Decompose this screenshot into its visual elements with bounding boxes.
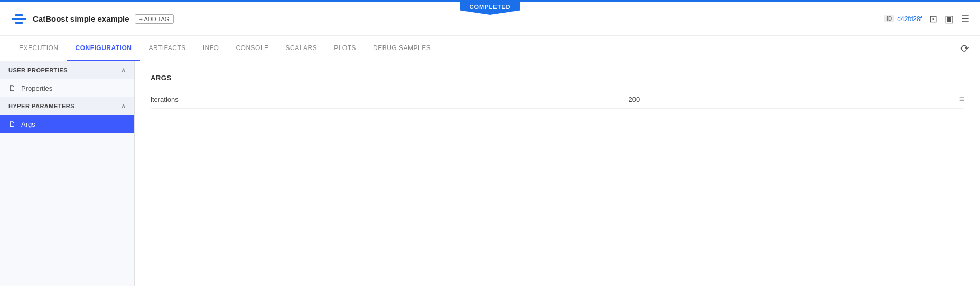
tabs-bar: EXECUTION CONFIGURATION ARTIFACTS INFO C…: [0, 36, 980, 61]
user-properties-section-header[interactable]: USER PROPERTIES ∧: [0, 61, 134, 79]
hamburger-icon: ☰: [961, 13, 969, 25]
user-properties-chevron-icon: ∧: [121, 66, 126, 74]
svg-rect-2: [15, 22, 23, 24]
tab-execution[interactable]: EXECUTION: [11, 36, 67, 61]
app-logo-icon: [11, 11, 27, 27]
tab-info[interactable]: INFO: [194, 36, 228, 61]
param-actions: ≡: [959, 94, 964, 104]
user-properties-label: USER PROPERTIES: [8, 67, 68, 73]
args-doc-icon: 🗋: [8, 120, 16, 128]
args-section-title: ARGS: [151, 74, 964, 82]
param-value-iterations: 200: [309, 96, 959, 103]
main-layout: USER PROPERTIES ∧ 🗋 Properties HYPER PAR…: [0, 61, 980, 286]
add-tag-button[interactable]: + ADD TAG: [135, 14, 174, 24]
sidebar-item-args[interactable]: 🗋 Args: [0, 115, 134, 133]
id-value: d42fd28f: [897, 15, 922, 23]
hyper-parameters-section-header[interactable]: HYPER PARAMETERS ∧: [0, 97, 134, 115]
table-row: iterations 200 ≡: [151, 90, 964, 109]
content-area: ARGS iterations 200 ≡: [135, 61, 980, 286]
tabs-right: ⟳: [960, 42, 969, 55]
layout-icon: ▣: [945, 13, 954, 25]
tab-plots[interactable]: PLOTS: [325, 36, 365, 61]
compare-icon: ⊡: [929, 13, 937, 25]
id-label: ID: [884, 15, 894, 22]
sidebar-item-properties[interactable]: 🗋 Properties: [0, 79, 134, 97]
tab-artifacts[interactable]: ARTIFACTS: [140, 36, 194, 61]
hyper-parameters-chevron-icon: ∧: [121, 102, 126, 110]
properties-label: Properties: [21, 84, 52, 92]
top-bar: COMPLETED: [0, 0, 980, 2]
tab-scalars[interactable]: SCALARS: [277, 36, 326, 61]
tab-debug-samples[interactable]: DEBUG SAMPLES: [365, 36, 439, 61]
app-title: CatBoost simple example: [33, 14, 129, 23]
hyper-parameters-label: HYPER PARAMETERS: [8, 103, 74, 109]
param-name-iterations: iterations: [151, 96, 309, 103]
compare-icon-button[interactable]: ⊡: [929, 13, 937, 25]
svg-rect-1: [15, 14, 23, 16]
refresh-button[interactable]: ⟳: [960, 42, 969, 55]
layout-icon-button[interactable]: ▣: [945, 13, 954, 25]
tab-configuration[interactable]: CONFIGURATION: [67, 36, 141, 61]
properties-doc-icon: 🗋: [8, 84, 16, 92]
menu-icon-button[interactable]: ☰: [961, 13, 969, 25]
sidebar: USER PROPERTIES ∧ 🗋 Properties HYPER PAR…: [0, 61, 135, 286]
args-label: Args: [21, 120, 35, 128]
svg-rect-0: [12, 18, 26, 20]
header-right: ID d42fd28f ⊡ ▣ ☰: [884, 13, 969, 25]
params-table: iterations 200 ≡: [151, 90, 964, 109]
filter-icon: ≡: [959, 94, 964, 104]
tab-console[interactable]: CONSOLE: [227, 36, 277, 61]
refresh-icon: ⟳: [960, 42, 969, 55]
id-badge: ID d42fd28f: [884, 15, 922, 23]
